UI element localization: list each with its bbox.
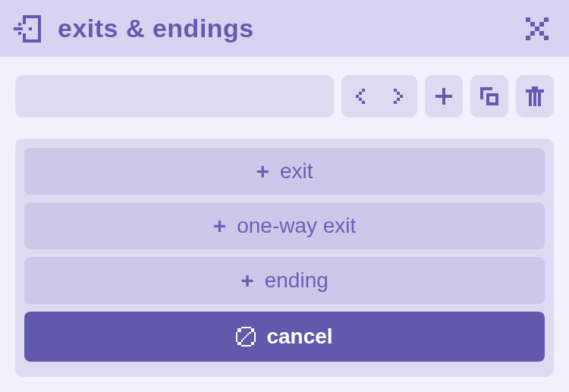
name-input[interactable] bbox=[15, 75, 334, 118]
prev-button[interactable] bbox=[341, 75, 379, 118]
svg-rect-1 bbox=[38, 15, 41, 42]
action-label: one-way exit bbox=[237, 214, 356, 238]
svg-rect-25 bbox=[400, 95, 403, 98]
svg-rect-6 bbox=[14, 27, 23, 30]
next-button[interactable] bbox=[379, 75, 417, 118]
add-ending-button[interactable]: + ending bbox=[24, 257, 545, 304]
panel-header: exits & endings bbox=[0, 0, 569, 57]
svg-rect-51 bbox=[244, 337, 246, 338]
svg-rect-15 bbox=[539, 31, 544, 36]
action-list: + exit + one-way exit + ending bbox=[15, 139, 554, 377]
svg-rect-5 bbox=[29, 27, 32, 30]
svg-rect-37 bbox=[532, 86, 538, 89]
duplicate-icon bbox=[480, 87, 498, 105]
add-one-way-exit-button[interactable]: + one-way exit bbox=[24, 202, 545, 249]
svg-rect-19 bbox=[359, 92, 362, 95]
svg-rect-17 bbox=[544, 36, 549, 40]
svg-rect-3 bbox=[23, 15, 26, 24]
add-exit-button[interactable]: + exit bbox=[24, 148, 545, 195]
svg-rect-36 bbox=[526, 89, 544, 93]
svg-rect-18 bbox=[362, 89, 365, 92]
panel-body: + exit + one-way exit + ending bbox=[0, 57, 569, 392]
svg-rect-54 bbox=[250, 332, 251, 334]
svg-rect-16 bbox=[526, 36, 530, 40]
arrow-right-icon bbox=[393, 89, 404, 104]
svg-rect-20 bbox=[356, 95, 359, 98]
svg-rect-4 bbox=[23, 33, 26, 42]
svg-rect-31 bbox=[480, 87, 483, 99]
svg-rect-26 bbox=[397, 98, 400, 101]
toolbar bbox=[15, 75, 554, 118]
add-button[interactable] bbox=[425, 75, 463, 118]
svg-rect-43 bbox=[236, 332, 237, 342]
svg-rect-50 bbox=[243, 338, 244, 340]
svg-rect-14 bbox=[530, 31, 535, 36]
svg-rect-24 bbox=[397, 92, 400, 95]
panel-title: exits & endings bbox=[58, 14, 254, 43]
cancel-icon bbox=[236, 327, 256, 347]
svg-rect-29 bbox=[435, 95, 452, 98]
delete-button[interactable] bbox=[516, 75, 554, 118]
arrow-left-icon bbox=[355, 89, 366, 104]
plus-icon: + bbox=[256, 160, 269, 183]
svg-rect-35 bbox=[495, 93, 498, 105]
action-label: ending bbox=[265, 268, 329, 293]
svg-rect-22 bbox=[362, 101, 365, 104]
svg-rect-27 bbox=[394, 101, 397, 104]
svg-rect-52 bbox=[246, 335, 247, 337]
plus-icon: + bbox=[240, 269, 254, 292]
svg-rect-9 bbox=[526, 17, 530, 22]
svg-rect-38 bbox=[529, 93, 532, 106]
svg-rect-48 bbox=[251, 342, 254, 345]
svg-rect-13 bbox=[535, 27, 539, 31]
exit-door-icon bbox=[14, 14, 44, 44]
svg-rect-53 bbox=[248, 334, 250, 335]
svg-rect-8 bbox=[18, 32, 21, 35]
svg-rect-39 bbox=[533, 93, 536, 106]
svg-rect-41 bbox=[241, 327, 251, 328]
svg-rect-10 bbox=[544, 17, 549, 22]
plus-icon bbox=[435, 88, 452, 105]
plus-icon: + bbox=[213, 215, 227, 237]
svg-rect-46 bbox=[251, 328, 254, 331]
svg-rect-49 bbox=[241, 340, 243, 341]
action-label: cancel bbox=[266, 325, 332, 349]
close-button[interactable] bbox=[522, 14, 552, 44]
exits-endings-panel: exits & endings bbox=[0, 0, 569, 392]
svg-rect-45 bbox=[238, 328, 241, 331]
trash-icon bbox=[526, 86, 544, 106]
svg-rect-23 bbox=[394, 89, 397, 92]
close-icon bbox=[526, 17, 549, 40]
svg-rect-7 bbox=[18, 23, 21, 26]
action-label: exit bbox=[280, 159, 313, 183]
cancel-button[interactable]: cancel bbox=[24, 312, 545, 362]
svg-rect-11 bbox=[530, 22, 535, 27]
svg-rect-40 bbox=[538, 93, 541, 106]
svg-rect-12 bbox=[539, 22, 544, 27]
svg-rect-42 bbox=[241, 345, 251, 347]
nav-group bbox=[341, 75, 417, 118]
svg-rect-21 bbox=[359, 98, 362, 101]
svg-rect-44 bbox=[254, 332, 256, 342]
svg-rect-47 bbox=[238, 342, 241, 345]
duplicate-button[interactable] bbox=[470, 75, 508, 118]
